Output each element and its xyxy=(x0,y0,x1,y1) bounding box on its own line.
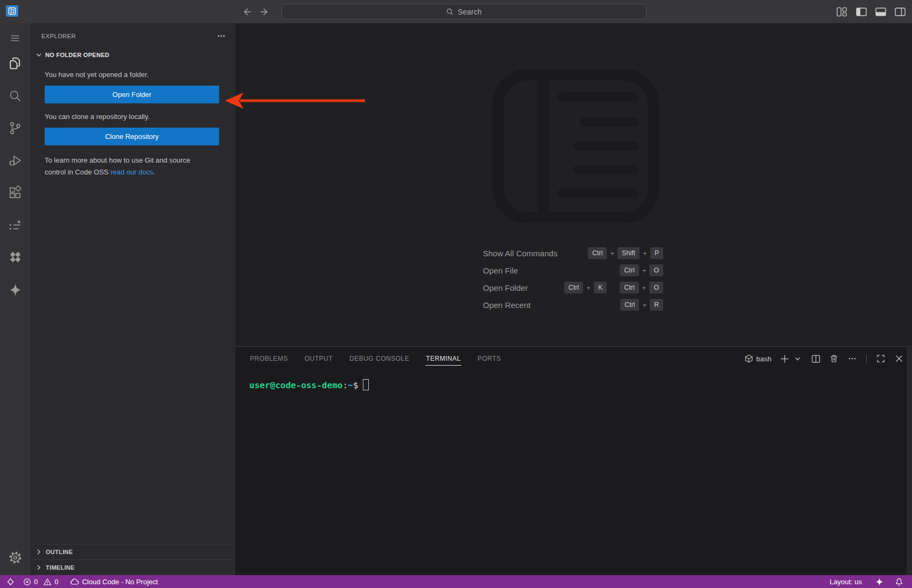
problems-indicator[interactable]: 0 0 xyxy=(19,575,62,588)
tab-debug-console[interactable]: DEBUG CONSOLE xyxy=(349,352,410,366)
section-no-folder-opened[interactable]: NO FOLDER OPENED xyxy=(30,48,235,61)
editor-area: Show All Commands Ctrl + Shift + P Open … xyxy=(235,23,912,346)
kill-terminal-trash-icon[interactable] xyxy=(829,353,839,364)
terminal-scrollbar[interactable] xyxy=(907,347,912,576)
menu-hamburger-icon[interactable] xyxy=(0,30,30,46)
shortcut-row: Open File Ctrl + O xyxy=(483,262,663,279)
clone-text: You can clone a repository locally. xyxy=(45,113,219,121)
code-oss-watermark-logo xyxy=(492,68,660,224)
explorer-sidebar: EXPLORER NO FOLDER OPENED You have not y… xyxy=(30,23,235,575)
layout-indicator[interactable]: Layout: us xyxy=(825,575,866,588)
terminal-prompt-path: ~ xyxy=(348,380,353,390)
plus-sign: + xyxy=(642,284,647,292)
chevron-down-icon xyxy=(34,51,43,59)
settings-gear-icon[interactable] xyxy=(0,549,30,565)
key-ctrl: Ctrl xyxy=(588,247,607,259)
notifications-bell-icon[interactable] xyxy=(890,575,908,588)
key-ctrl: Ctrl xyxy=(620,264,639,276)
shortcut-label: Open File xyxy=(483,266,518,275)
tab-ports[interactable]: PORTS xyxy=(477,352,502,366)
extensions-icon[interactable] xyxy=(0,185,30,201)
panel-tabs: PROBLEMS OUTPUT DEBUG CONSOLE TERMINAL P… xyxy=(249,352,502,366)
split-terminal-icon[interactable] xyxy=(810,353,821,364)
gemini-sparkle-icon[interactable] xyxy=(0,282,30,298)
forward-arrow-icon[interactable] xyxy=(257,5,271,19)
annotation-arrow-pointing-open-folder xyxy=(222,90,368,112)
panel-more-actions-icon[interactable] xyxy=(847,353,858,364)
gemini-status-icon[interactable] xyxy=(871,575,888,588)
docs-text-after: . xyxy=(153,168,156,176)
remote-indicator[interactable] xyxy=(2,575,19,588)
terminal-content[interactable]: user@code-oss-demo:~$ xyxy=(235,370,912,390)
terminal-prompt-user: user@code-oss-demo xyxy=(249,380,342,390)
keyboard-shortcuts-list: Show All Commands Ctrl + Shift + P Open … xyxy=(483,244,663,313)
toolbar-divider xyxy=(866,355,867,363)
key-r: R xyxy=(650,299,663,311)
section-header-label: NO FOLDER OPENED xyxy=(45,52,109,58)
shell-selector[interactable]: bash xyxy=(745,354,771,363)
warning-count: 0 xyxy=(54,578,58,586)
plus-sign: + xyxy=(643,249,647,257)
plus-sign: + xyxy=(642,301,647,309)
cloud-code-label: Cloud Code - No Project xyxy=(82,578,158,586)
plus-sign: + xyxy=(642,267,647,275)
error-icon xyxy=(23,578,31,586)
chevron-right-icon xyxy=(34,563,43,572)
toggle-primary-sidebar-icon[interactable] xyxy=(855,6,867,17)
warning-icon xyxy=(43,578,52,586)
key-shift: Shift xyxy=(618,247,640,259)
key-k: K xyxy=(594,282,607,293)
key-o: O xyxy=(649,264,663,276)
terminal-toolbar: bash xyxy=(745,353,904,364)
shortcut-row: Open Folder Ctrl + K Ctrl + O xyxy=(483,279,663,296)
app-logo-icon xyxy=(6,5,18,17)
timeline-section-header[interactable]: TIMELINE xyxy=(30,559,235,575)
clone-repository-button[interactable]: Clone Repository xyxy=(45,128,219,145)
explorer-files-icon[interactable] xyxy=(0,55,30,72)
toggle-secondary-sidebar-icon[interactable] xyxy=(894,6,906,17)
plus-sign: + xyxy=(610,249,614,257)
command-center-search[interactable]: Search xyxy=(282,4,647,19)
terminal-cursor xyxy=(363,379,369,390)
maximize-panel-icon[interactable] xyxy=(875,353,886,364)
bash-cube-icon xyxy=(745,354,753,363)
search-sidebar-icon[interactable] xyxy=(0,88,30,104)
outline-label: OUTLINE xyxy=(46,549,73,555)
tab-terminal[interactable]: TERMINAL xyxy=(425,352,461,366)
open-folder-button[interactable]: Open Folder xyxy=(45,86,219,103)
key-p: P xyxy=(650,247,663,259)
no-folder-text: You have not yet opened a folder. xyxy=(45,71,219,79)
toggle-panel-icon[interactable] xyxy=(875,6,886,17)
tab-problems[interactable]: PROBLEMS xyxy=(249,352,289,366)
titlebar: Search xyxy=(0,0,912,23)
shell-label: bash xyxy=(756,355,771,363)
titlebar-layout-controls xyxy=(836,0,906,23)
cloud-code-status[interactable]: Cloud Code - No Project xyxy=(66,575,162,588)
run-debug-icon[interactable] xyxy=(0,152,30,169)
source-control-icon[interactable] xyxy=(0,120,30,136)
status-bar: 0 0 Cloud Code - No Project Layout: us xyxy=(0,575,912,588)
sidebar-title: EXPLORER xyxy=(41,33,76,39)
sidebar-more-actions-icon[interactable] xyxy=(217,32,226,40)
tab-output[interactable]: OUTPUT xyxy=(304,352,333,366)
outline-section-header[interactable]: OUTLINE xyxy=(30,544,235,559)
key-ctrl: Ctrl xyxy=(564,282,583,293)
shortcut-label: Open Folder xyxy=(483,283,528,292)
plus-sign: + xyxy=(586,284,591,292)
error-count: 0 xyxy=(34,578,38,586)
terminal-prompt-separator: : xyxy=(342,380,348,390)
key-ctrl: Ctrl xyxy=(620,299,639,311)
checklist-sparkle-icon[interactable] xyxy=(0,218,30,234)
back-arrow-icon[interactable] xyxy=(240,5,254,19)
read-our-docs-link[interactable]: read our docs xyxy=(110,168,153,176)
cloud-code-diamonds-icon[interactable] xyxy=(0,250,30,267)
search-placeholder: Search xyxy=(458,8,481,16)
customize-layout-icon[interactable] xyxy=(836,6,847,17)
shortcut-row: Open Recent Ctrl + R xyxy=(483,296,663,313)
code-oss-window: Search xyxy=(0,0,912,588)
close-panel-icon[interactable] xyxy=(894,353,904,364)
terminal-dropdown-chevron-icon[interactable] xyxy=(792,353,803,364)
cloud-icon xyxy=(70,578,79,586)
new-terminal-icon[interactable] xyxy=(779,353,790,364)
timeline-label: TIMELINE xyxy=(46,564,75,571)
